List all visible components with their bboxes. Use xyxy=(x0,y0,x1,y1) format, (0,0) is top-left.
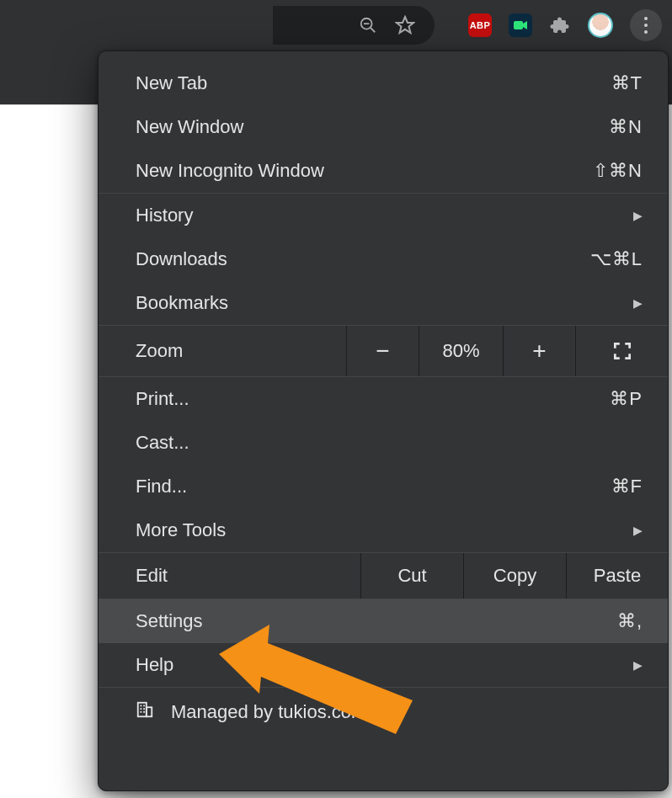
managed-label: Managed by tukios.com xyxy=(171,701,366,723)
abp-extension-icon[interactable]: ABP xyxy=(468,13,492,37)
menu-label: Print... xyxy=(136,388,610,410)
menu-item-new-incognito[interactable]: New Incognito Window ⇧⌘N xyxy=(99,149,668,193)
menu-item-help[interactable]: Help ▶ xyxy=(99,643,668,687)
menu-item-downloads[interactable]: Downloads ⌥⌘L xyxy=(99,237,668,281)
menu-label: Zoom xyxy=(99,326,346,376)
menu-item-managed[interactable]: Managed by tukios.com xyxy=(99,688,668,737)
menu-item-new-window[interactable]: New Window ⌘N xyxy=(99,105,668,149)
menu-shortcut: ⌘, xyxy=(617,610,643,632)
submenu-arrow-icon: ▶ xyxy=(633,296,643,310)
svg-rect-6 xyxy=(138,703,147,717)
fullscreen-button[interactable] xyxy=(575,326,668,376)
menu-label: History xyxy=(136,205,633,226)
menu-label: Downloads xyxy=(136,248,590,270)
zoom-out-icon[interactable] xyxy=(357,14,379,36)
menu-shortcut: ⇧⌘N xyxy=(593,160,643,182)
menu-item-settings[interactable]: Settings ⌘, xyxy=(99,599,668,643)
menu-label: Bookmarks xyxy=(136,292,633,314)
menu-label: Help xyxy=(136,654,633,676)
edit-copy-button[interactable]: Copy xyxy=(464,553,567,598)
menu-label: Edit xyxy=(99,553,361,598)
video-extension-icon[interactable] xyxy=(509,13,532,37)
address-bar-right xyxy=(0,0,451,51)
menu-shortcut: ⌥⌘L xyxy=(590,248,643,270)
menu-item-cast[interactable]: Cast... xyxy=(99,421,668,465)
address-bar-pill xyxy=(273,6,435,45)
menu-shortcut: ⌘F xyxy=(611,476,643,497)
menu-shortcut: ⌘T xyxy=(611,72,643,94)
menu-item-bookmarks[interactable]: Bookmarks ▶ xyxy=(99,281,668,325)
menu-item-zoom: Zoom − 80% + xyxy=(99,326,668,376)
zoom-in-button[interactable]: + xyxy=(503,326,575,376)
menu-item-history[interactable]: History ▶ xyxy=(99,194,668,237)
menu-label: New Window xyxy=(136,116,609,138)
svg-rect-7 xyxy=(147,707,152,716)
extensions-puzzle-icon[interactable] xyxy=(549,14,571,36)
submenu-arrow-icon: ▶ xyxy=(633,524,643,537)
menu-label: Find... xyxy=(136,476,611,497)
svg-marker-5 xyxy=(523,21,527,29)
edit-paste-button[interactable]: Paste xyxy=(567,553,668,598)
svg-line-1 xyxy=(371,28,376,33)
svg-rect-4 xyxy=(514,21,523,29)
edit-cut-button[interactable]: Cut xyxy=(361,553,464,598)
menu-shortcut: ⌘P xyxy=(610,388,643,410)
building-icon xyxy=(136,700,154,724)
menu-item-new-tab[interactable]: New Tab ⌘T xyxy=(99,61,668,105)
profile-avatar[interactable] xyxy=(588,13,613,38)
menu-label: Cast... xyxy=(136,432,643,454)
browser-menu-button[interactable] xyxy=(630,9,662,41)
bookmark-star-icon[interactable] xyxy=(394,14,416,36)
submenu-arrow-icon: ▶ xyxy=(633,209,643,222)
menu-item-find[interactable]: Find... ⌘F xyxy=(99,465,668,508)
menu-label: New Incognito Window xyxy=(136,160,593,182)
chrome-main-menu: New Tab ⌘T New Window ⌘N New Incognito W… xyxy=(98,51,669,791)
submenu-arrow-icon: ▶ xyxy=(633,658,643,672)
browser-toolbar: ABP xyxy=(0,0,672,51)
zoom-out-button[interactable]: − xyxy=(346,326,419,376)
menu-item-edit: Edit Cut Copy Paste xyxy=(99,553,668,598)
menu-label: More Tools xyxy=(136,519,633,541)
svg-marker-3 xyxy=(397,17,413,33)
menu-item-more-tools[interactable]: More Tools ▶ xyxy=(99,508,668,552)
zoom-value: 80% xyxy=(419,326,503,376)
menu-item-print[interactable]: Print... ⌘P xyxy=(99,377,668,421)
menu-label: New Tab xyxy=(136,72,611,94)
menu-shortcut: ⌘N xyxy=(609,116,643,138)
menu-label: Settings xyxy=(136,610,617,632)
